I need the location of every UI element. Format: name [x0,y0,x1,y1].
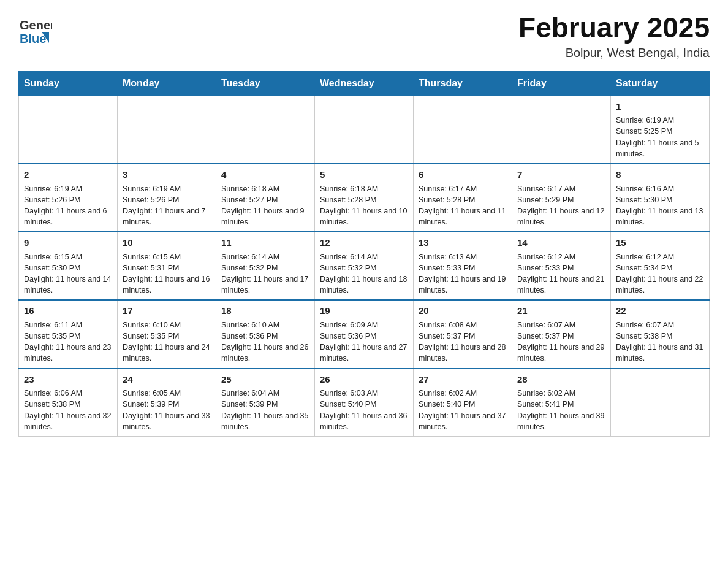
weekday-header-friday: Friday [512,71,611,96]
day-info: Sunrise: 6:13 AM Sunset: 5:33 PM Dayligh… [419,253,506,294]
calendar-cell: 16Sunrise: 6:11 AM Sunset: 5:35 PM Dayli… [19,300,118,368]
weekday-header-sunday: Sunday [19,71,118,96]
logo: General Blue [18,12,52,46]
calendar-cell [414,96,512,164]
logo-icon: General Blue [18,12,52,46]
calendar-cell: 5Sunrise: 6:18 AM Sunset: 5:28 PM Daylig… [315,164,414,232]
calendar-week-3: 9Sunrise: 6:15 AM Sunset: 5:30 PM Daylig… [19,232,710,300]
calendar-cell [118,96,216,164]
day-number: 9 [24,236,112,250]
day-info: Sunrise: 6:12 AM Sunset: 5:33 PM Dayligh… [517,253,604,294]
day-number: 6 [419,168,507,182]
day-info: Sunrise: 6:17 AM Sunset: 5:28 PM Dayligh… [419,185,506,226]
day-number: 5 [320,168,408,182]
calendar-cell: 25Sunrise: 6:04 AM Sunset: 5:39 PM Dayli… [216,369,315,437]
calendar-table: SundayMondayTuesdayWednesdayThursdayFrid… [18,71,710,437]
day-number: 2 [24,168,112,182]
calendar-cell: 15Sunrise: 6:12 AM Sunset: 5:34 PM Dayli… [611,232,710,300]
calendar-cell: 3Sunrise: 6:19 AM Sunset: 5:26 PM Daylig… [118,164,216,232]
day-number: 1 [616,100,704,113]
day-info: Sunrise: 6:19 AM Sunset: 5:25 PM Dayligh… [616,116,699,158]
day-number: 10 [123,236,211,250]
calendar-cell [611,369,710,437]
calendar-cell: 27Sunrise: 6:02 AM Sunset: 5:40 PM Dayli… [414,369,512,437]
calendar-cell: 9Sunrise: 6:15 AM Sunset: 5:30 PM Daylig… [19,232,118,300]
calendar-cell: 22Sunrise: 6:07 AM Sunset: 5:38 PM Dayli… [611,300,710,368]
calendar-cell: 19Sunrise: 6:09 AM Sunset: 5:36 PM Dayli… [315,300,414,368]
day-info: Sunrise: 6:07 AM Sunset: 5:38 PM Dayligh… [616,321,703,362]
calendar-cell: 17Sunrise: 6:10 AM Sunset: 5:35 PM Dayli… [118,300,216,368]
day-info: Sunrise: 6:05 AM Sunset: 5:39 PM Dayligh… [123,389,210,431]
calendar-cell: 28Sunrise: 6:02 AM Sunset: 5:41 PM Dayli… [512,369,611,437]
day-number: 23 [24,373,112,386]
day-number: 14 [517,236,605,250]
day-number: 20 [419,304,507,318]
day-number: 28 [517,373,605,386]
day-info: Sunrise: 6:09 AM Sunset: 5:36 PM Dayligh… [320,321,407,362]
calendar-cell: 18Sunrise: 6:10 AM Sunset: 5:36 PM Dayli… [216,300,315,368]
calendar-cell: 21Sunrise: 6:07 AM Sunset: 5:37 PM Dayli… [512,300,611,368]
day-number: 7 [517,168,605,182]
weekday-header-monday: Monday [118,71,216,96]
day-number: 13 [419,236,507,250]
calendar-cell: 13Sunrise: 6:13 AM Sunset: 5:33 PM Dayli… [414,232,512,300]
day-number: 16 [24,304,112,318]
day-number: 21 [517,304,605,318]
svg-text:Blue: Blue [20,32,46,45]
calendar-cell: 7Sunrise: 6:17 AM Sunset: 5:29 PM Daylig… [512,164,611,232]
day-info: Sunrise: 6:18 AM Sunset: 5:27 PM Dayligh… [221,185,305,226]
day-number: 11 [221,236,309,250]
day-number: 15 [616,236,704,250]
calendar-cell: 26Sunrise: 6:03 AM Sunset: 5:40 PM Dayli… [315,369,414,437]
calendar-cell: 14Sunrise: 6:12 AM Sunset: 5:33 PM Dayli… [512,232,611,300]
calendar-cell: 2Sunrise: 6:19 AM Sunset: 5:26 PM Daylig… [19,164,118,232]
calendar-cell: 8Sunrise: 6:16 AM Sunset: 5:30 PM Daylig… [611,164,710,232]
calendar-cell: 10Sunrise: 6:15 AM Sunset: 5:31 PM Dayli… [118,232,216,300]
calendar-week-4: 16Sunrise: 6:11 AM Sunset: 5:35 PM Dayli… [19,300,710,368]
calendar-week-1: 1Sunrise: 6:19 AM Sunset: 5:25 PM Daylig… [19,96,710,164]
day-info: Sunrise: 6:16 AM Sunset: 5:30 PM Dayligh… [616,185,703,226]
day-number: 8 [616,168,704,182]
calendar-week-2: 2Sunrise: 6:19 AM Sunset: 5:26 PM Daylig… [19,164,710,232]
day-info: Sunrise: 6:12 AM Sunset: 5:34 PM Dayligh… [616,253,703,294]
day-number: 25 [221,373,309,386]
title-block: February 2025 Bolpur, West Bengal, India [518,12,710,60]
day-number: 22 [616,304,704,318]
day-info: Sunrise: 6:18 AM Sunset: 5:28 PM Dayligh… [320,185,407,226]
calendar-cell [216,96,315,164]
day-number: 12 [320,236,408,250]
day-info: Sunrise: 6:02 AM Sunset: 5:41 PM Dayligh… [517,389,604,431]
calendar-cell: 23Sunrise: 6:06 AM Sunset: 5:38 PM Dayli… [19,369,118,437]
weekday-header-saturday: Saturday [611,71,710,96]
page-subtitle: Bolpur, West Bengal, India [518,46,710,60]
day-number: 26 [320,373,408,386]
weekday-header-thursday: Thursday [414,71,512,96]
calendar-cell [315,96,414,164]
day-info: Sunrise: 6:15 AM Sunset: 5:31 PM Dayligh… [123,253,210,294]
day-info: Sunrise: 6:02 AM Sunset: 5:40 PM Dayligh… [419,389,506,431]
day-info: Sunrise: 6:14 AM Sunset: 5:32 PM Dayligh… [221,253,308,294]
calendar-cell: 11Sunrise: 6:14 AM Sunset: 5:32 PM Dayli… [216,232,315,300]
day-info: Sunrise: 6:07 AM Sunset: 5:37 PM Dayligh… [517,321,604,362]
page-title: February 2025 [518,12,710,44]
day-info: Sunrise: 6:08 AM Sunset: 5:37 PM Dayligh… [419,321,506,362]
page-header: General Blue February 2025 Bolpur, West … [18,12,710,60]
day-info: Sunrise: 6:15 AM Sunset: 5:30 PM Dayligh… [24,253,111,294]
day-info: Sunrise: 6:03 AM Sunset: 5:40 PM Dayligh… [320,389,407,431]
calendar-cell: 20Sunrise: 6:08 AM Sunset: 5:37 PM Dayli… [414,300,512,368]
day-info: Sunrise: 6:14 AM Sunset: 5:32 PM Dayligh… [320,253,407,294]
day-info: Sunrise: 6:19 AM Sunset: 5:26 PM Dayligh… [123,185,206,226]
svg-text:General: General [20,18,52,32]
day-number: 18 [221,304,309,318]
day-number: 27 [419,373,507,386]
calendar-week-5: 23Sunrise: 6:06 AM Sunset: 5:38 PM Dayli… [19,369,710,437]
day-number: 19 [320,304,408,318]
day-info: Sunrise: 6:06 AM Sunset: 5:38 PM Dayligh… [24,389,111,431]
calendar-cell: 1Sunrise: 6:19 AM Sunset: 5:25 PM Daylig… [611,96,710,164]
day-number: 24 [123,373,211,386]
calendar-cell [512,96,611,164]
calendar-cell [19,96,118,164]
day-info: Sunrise: 6:04 AM Sunset: 5:39 PM Dayligh… [221,389,308,431]
day-number: 4 [221,168,309,182]
weekday-header-tuesday: Tuesday [216,71,315,96]
